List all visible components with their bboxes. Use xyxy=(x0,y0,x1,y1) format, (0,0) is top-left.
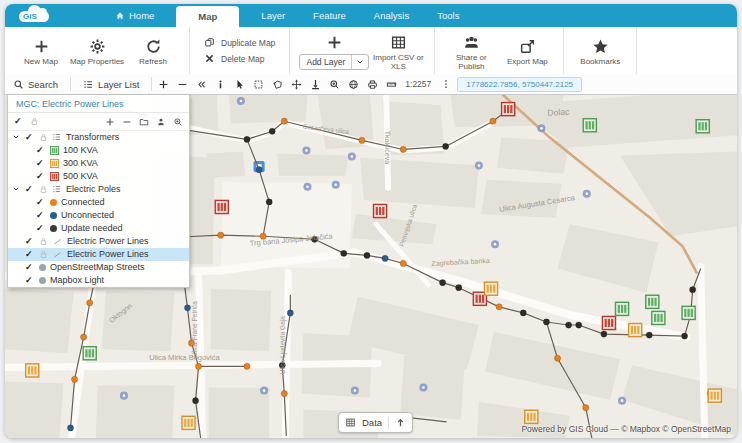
pole-update-needed[interactable] xyxy=(439,280,445,286)
pole-unconnected[interactable] xyxy=(256,167,262,173)
pole-connected[interactable] xyxy=(281,118,287,124)
panel-user-button[interactable] xyxy=(156,116,166,127)
gis-cloud-logo[interactable]: GIS xyxy=(15,7,55,24)
pole-update-needed[interactable] xyxy=(646,332,652,338)
tool-minus-button[interactable] xyxy=(175,76,190,92)
tool-info-button[interactable] xyxy=(213,76,228,92)
import-csv-button[interactable]: Import CSV or XLS xyxy=(370,31,426,71)
pole-update-needed[interactable] xyxy=(244,136,250,142)
nav-item-feature[interactable]: Feature xyxy=(299,10,360,27)
map-properties-button[interactable]: Map Properties xyxy=(69,35,125,66)
layer-visibility-checkbox[interactable]: ✓ xyxy=(36,145,46,155)
tool-select-box-button[interactable] xyxy=(251,76,266,92)
data-grid-widget[interactable]: Data xyxy=(338,412,413,433)
panel-plus-button[interactable] xyxy=(105,116,115,127)
tool-plus-button[interactable] xyxy=(156,76,171,92)
tool-move-button[interactable] xyxy=(289,76,304,92)
pole-update-needed[interactable] xyxy=(543,319,549,325)
tool-printer-button[interactable] xyxy=(365,76,380,92)
layer-visibility-checkbox[interactable]: ✓ xyxy=(36,223,46,233)
pole-update-needed[interactable] xyxy=(341,250,347,256)
pole-update-needed[interactable] xyxy=(690,287,696,293)
transformer-500kva[interactable] xyxy=(374,204,387,217)
add-layer-button[interactable]: Add Layer xyxy=(298,31,370,70)
pole-connected[interactable] xyxy=(87,300,93,306)
panel-zoom-in-button[interactable] xyxy=(173,116,183,127)
refresh-button[interactable]: Refresh xyxy=(125,35,181,66)
transformer-100kva[interactable] xyxy=(696,120,709,133)
transformer-300kva[interactable] xyxy=(484,282,497,295)
nav-item-layer[interactable]: Layer xyxy=(247,10,299,27)
layer-row-11[interactable]: ✓Mapbox Light xyxy=(8,274,189,287)
panel-minus-button[interactable] xyxy=(122,116,132,127)
layer-row-7[interactable]: ✓Update needed xyxy=(8,222,189,235)
layer-visibility-checkbox[interactable]: ✓ xyxy=(36,171,46,181)
layer-row-2[interactable]: ✓300 KVA xyxy=(8,157,189,170)
layer-row-0[interactable]: ✓Transformers xyxy=(8,131,189,144)
layer-visibility-checkbox[interactable]: ✓ xyxy=(36,210,46,220)
tool-double-left-button[interactable] xyxy=(194,76,209,92)
pole-connected[interactable] xyxy=(281,390,287,396)
pole-update-needed[interactable] xyxy=(266,199,272,205)
pole-connected[interactable] xyxy=(71,376,77,382)
tool-cursor-button[interactable] xyxy=(232,76,247,92)
more-tools-button[interactable] xyxy=(441,78,451,90)
nav-item-home[interactable]: Home xyxy=(101,10,168,27)
transformer-300kva[interactable] xyxy=(182,416,195,429)
new-map-button[interactable]: New Map xyxy=(13,35,69,66)
pole-connected[interactable] xyxy=(490,118,496,124)
layer-row-6[interactable]: ✓Unconnected xyxy=(8,209,189,222)
add-layer-dropdown[interactable] xyxy=(352,55,368,69)
layer-check-all[interactable]: ✓ xyxy=(14,116,22,126)
pole-connected[interactable] xyxy=(218,232,224,238)
search-button[interactable]: Search xyxy=(5,79,66,90)
transformer-300kva[interactable] xyxy=(525,410,538,423)
transformer-100kva[interactable] xyxy=(583,119,596,132)
tool-measure-button[interactable] xyxy=(384,76,399,92)
pole-connected[interactable] xyxy=(81,334,87,340)
layer-visibility-checkbox[interactable]: ✓ xyxy=(36,197,46,207)
transformer-100kva[interactable] xyxy=(682,306,695,319)
tool-zoom-in-button[interactable] xyxy=(327,76,342,92)
pole-connected[interactable] xyxy=(496,304,502,310)
tool-lasso-button[interactable] xyxy=(270,76,285,92)
layer-row-3[interactable]: ✓500 KVA xyxy=(8,170,189,183)
expand-caret[interactable] xyxy=(12,185,21,193)
transformer-300kva[interactable] xyxy=(708,389,721,402)
pole-unconnected[interactable] xyxy=(287,310,293,316)
pole-connected[interactable] xyxy=(195,363,201,369)
pole-update-needed[interactable] xyxy=(456,285,462,291)
layer-row-5[interactable]: ✓Connected xyxy=(8,196,189,209)
layer-visibility-checkbox[interactable]: ✓ xyxy=(25,249,35,259)
pole-connected[interactable] xyxy=(244,363,250,369)
transformer-100kva[interactable] xyxy=(83,347,96,360)
pole-update-needed[interactable] xyxy=(269,128,275,134)
pole-unconnected[interactable] xyxy=(67,425,73,431)
transformer-100kva[interactable] xyxy=(616,302,629,315)
pole-unconnected[interactable] xyxy=(382,255,388,261)
map-attribution[interactable]: Powered by GIS Cloud — © Mapbox © OpenSt… xyxy=(521,424,731,434)
pole-update-needed[interactable] xyxy=(565,322,571,328)
layer-visibility-checkbox[interactable]: ✓ xyxy=(25,184,35,194)
nav-item-map[interactable]: Map xyxy=(176,6,239,27)
pole-update-needed[interactable] xyxy=(681,333,687,339)
delete-map-button[interactable]: Delete Map xyxy=(204,53,264,64)
map-scale[interactable]: 1:2257 xyxy=(405,79,431,89)
transformer-100kva[interactable] xyxy=(646,295,659,308)
tool-globe-button[interactable] xyxy=(346,76,361,92)
pole-connected[interactable] xyxy=(359,137,365,143)
pole-update-needed[interactable] xyxy=(520,310,526,316)
export-map-button[interactable]: Export Map xyxy=(499,35,555,66)
layer-row-10[interactable]: ✓OpenStreetMap Streets xyxy=(8,261,189,274)
transformer-300kva[interactable] xyxy=(629,323,642,336)
duplicate-map-button[interactable]: Duplicate Map xyxy=(204,37,275,48)
map-canvas[interactable]: DolacTkalčićevaCesarčeva ulicaTrg bana J… xyxy=(5,95,737,438)
layer-visibility-checkbox[interactable]: ✓ xyxy=(25,132,35,142)
layer-visibility-checkbox[interactable]: ✓ xyxy=(25,262,35,272)
transformer-300kva[interactable] xyxy=(26,364,39,377)
layer-row-1[interactable]: ✓100 KVA xyxy=(8,144,189,157)
nav-item-analysis[interactable]: Analysis xyxy=(360,10,423,27)
pole-update-needed[interactable] xyxy=(192,398,198,404)
expand-caret[interactable] xyxy=(12,133,21,141)
transformer-500kva[interactable] xyxy=(502,103,515,116)
